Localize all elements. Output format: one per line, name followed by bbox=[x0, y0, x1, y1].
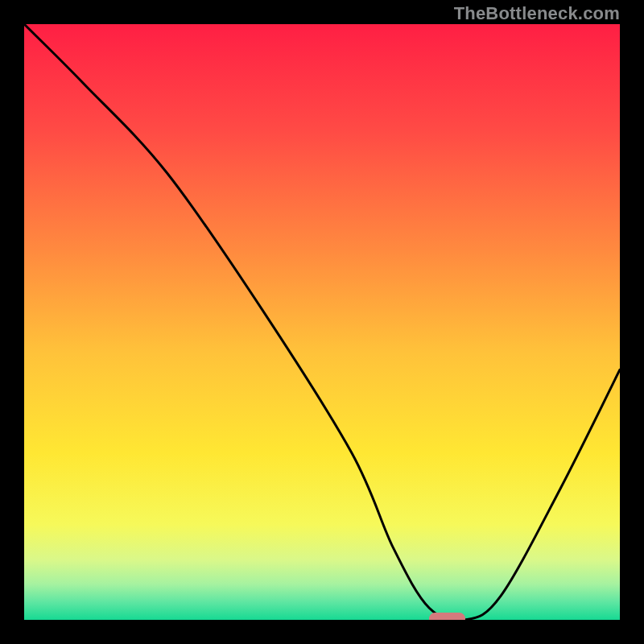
plot-area bbox=[24, 24, 620, 620]
chart-frame: TheBottleneck.com bbox=[0, 0, 644, 644]
watermark: TheBottleneck.com bbox=[454, 3, 620, 24]
optimal-marker bbox=[429, 613, 464, 621]
bottleneck-curve bbox=[24, 24, 620, 620]
